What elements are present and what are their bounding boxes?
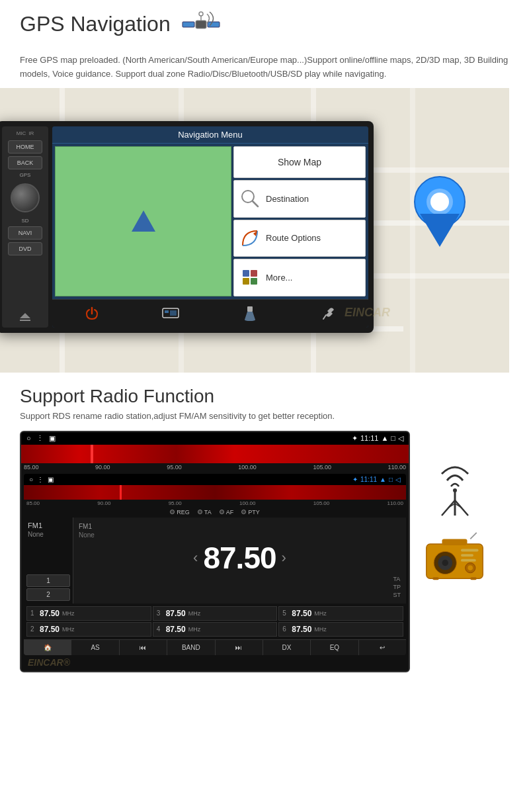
radio-status-bar: ○ ⋮ ▣ ✦ 11:11 ▲ □ ◁ <box>21 432 409 445</box>
preset-1-button[interactable]: 1 <box>26 574 70 587</box>
more-menu-item[interactable]: More... <box>233 259 366 296</box>
route-options-icon <box>239 228 261 249</box>
home-button[interactable]: HOME <box>8 140 42 154</box>
status-signal: ▲ <box>381 434 388 442</box>
dvd-button[interactable]: DVD <box>8 242 42 255</box>
svg-rect-35 <box>461 549 479 551</box>
radio-band-button[interactable]: BAND <box>167 640 215 655</box>
antenna-tower-icon <box>428 457 481 517</box>
radio-options-row: REG TA AF PTY <box>24 507 406 518</box>
radio-left-panel: FM1 None 1 2 <box>24 518 73 604</box>
status-circle: ○ <box>26 434 31 442</box>
radio-eq-button[interactable]: EQ <box>311 640 358 655</box>
svg-rect-16 <box>243 278 249 285</box>
screen-toolbar <box>52 299 368 328</box>
svg-point-28 <box>453 488 457 492</box>
svg-rect-14 <box>243 270 249 277</box>
media-toolbar-icon[interactable] <box>160 303 181 324</box>
map-watermark: EINCAR <box>345 306 390 320</box>
location-pin-icon <box>410 174 469 247</box>
radio-inner-freq-bar <box>24 485 406 500</box>
preset-cell-2[interactable]: 2 87.50 MHz <box>26 622 151 637</box>
radio-control-bar: 🏠 AS ⏮ BAND ⏭ DX EQ ↩ <box>24 639 406 655</box>
tools-toolbar-icon[interactable] <box>318 303 339 324</box>
radio-dx-button[interactable]: DX <box>263 640 311 655</box>
preset-cell-6[interactable]: 6 87.50 MHz <box>278 622 403 637</box>
destination-icon <box>239 188 261 209</box>
show-map-button[interactable]: Show Map <box>233 146 366 179</box>
radio-next-button[interactable]: ⏭ <box>216 640 263 655</box>
svg-point-8 <box>430 193 449 211</box>
radio-description: Support RDS rename radio station,adjust … <box>20 411 509 421</box>
svg-rect-20 <box>170 310 177 316</box>
radio-frequency-display: ‹ 87.50 › <box>79 540 401 576</box>
radio-inner-status: ○ ⋮ ▣ ✦ 11:11 ▲ □ ◁ <box>24 474 406 485</box>
gps-label: GPS <box>20 172 31 178</box>
freq-label: 100.00 <box>238 464 257 471</box>
radio-right-info: TA TP ST <box>393 576 401 598</box>
preset-frequency-grid: 1 87.50 MHz 3 87.50 MHz 5 87.50 MHz <box>24 604 406 639</box>
radio-title: Support Radio Function <box>20 386 509 407</box>
frequency-number: 87.50 <box>203 540 276 576</box>
power-toolbar-icon[interactable] <box>81 303 102 324</box>
svg-rect-40 <box>432 577 439 580</box>
navi-button[interactable]: NAVI <box>8 226 42 240</box>
radio-back-button[interactable]: ↩ <box>359 640 406 655</box>
destination-menu-item[interactable]: Destination <box>233 180 366 218</box>
svg-rect-2 <box>208 22 220 27</box>
svg-line-25 <box>455 500 468 516</box>
eincar-watermark-container: EINCAR® <box>21 658 409 671</box>
map-container: MIC IR HOME BACK GPS SD NAVI DVD <box>0 88 509 373</box>
status-window: □ <box>391 434 395 442</box>
nav-map-panel <box>55 146 231 296</box>
svg-line-12 <box>253 201 258 206</box>
freq-label: 110.00 <box>387 464 406 471</box>
radio-prev-button[interactable]: ⏮ <box>120 640 167 655</box>
freq-label: 90.00 <box>95 464 110 471</box>
volume-knob[interactable] <box>11 183 40 212</box>
svg-rect-19 <box>165 310 169 313</box>
preset-buttons: 1 2 <box>24 572 73 604</box>
radio-icons-right <box>423 431 486 583</box>
svg-rect-37 <box>461 559 476 561</box>
inner-dots: ⋮ <box>37 476 44 483</box>
nav-screen: Navigation Menu Show Map <box>52 126 368 328</box>
svg-marker-10 <box>20 313 30 318</box>
gps-header: GPS Navigation <box>20 12 509 48</box>
gps-title: GPS Navigation <box>20 12 171 36</box>
frequency-bar <box>21 445 409 463</box>
eject-icon <box>19 312 32 322</box>
bt-icon: ✦ <box>352 434 358 443</box>
radio-center-display: FM1 None ‹ 87.50 › TA TP <box>73 518 406 604</box>
preset-cell-3[interactable]: 3 87.50 MHz <box>153 606 278 621</box>
svg-marker-7 <box>420 214 460 247</box>
freq-prev-arrow[interactable]: ‹ <box>193 549 198 566</box>
radio-mockup-area: ○ ⋮ ▣ ✦ 11:11 ▲ □ ◁ 85.00 <box>20 431 509 672</box>
preset-cell-4[interactable]: 4 87.50 MHz <box>153 622 278 637</box>
status-right: ✦ 11:11 ▲ □ ◁ <box>352 434 403 443</box>
settings-toolbar-icon[interactable] <box>239 303 261 324</box>
svg-rect-15 <box>251 270 257 277</box>
af-option: AF <box>220 509 234 516</box>
back-button[interactable]: BACK <box>8 156 42 169</box>
reg-option: REG <box>170 509 190 516</box>
preset-cell-1[interactable]: 1 87.50 MHz <box>26 606 151 621</box>
status-back: ◁ <box>398 434 403 443</box>
inner-circle: ○ <box>29 476 33 483</box>
svg-rect-1 <box>183 22 194 27</box>
svg-rect-36 <box>461 554 473 557</box>
inner-bt: ✦ <box>352 476 358 483</box>
nav-direction-arrow <box>132 210 155 232</box>
gps-map-section: MIC IR HOME BACK GPS SD NAVI DVD <box>0 88 529 373</box>
radio-as-button[interactable]: AS <box>71 640 119 655</box>
radio-home-button[interactable]: 🏠 <box>24 640 71 655</box>
route-options-menu-item[interactable]: Route Options <box>233 220 366 257</box>
svg-rect-17 <box>251 278 257 285</box>
freq-label: 85.00 <box>24 464 39 471</box>
preset-2-button[interactable]: 2 <box>26 588 70 601</box>
svg-rect-21 <box>247 306 253 312</box>
nav-menu-title: Navigation Menu <box>52 126 368 144</box>
eincar-watermark: EINCAR® <box>28 657 70 668</box>
freq-next-arrow[interactable]: › <box>282 549 286 566</box>
preset-cell-5[interactable]: 5 87.50 MHz <box>278 606 403 621</box>
